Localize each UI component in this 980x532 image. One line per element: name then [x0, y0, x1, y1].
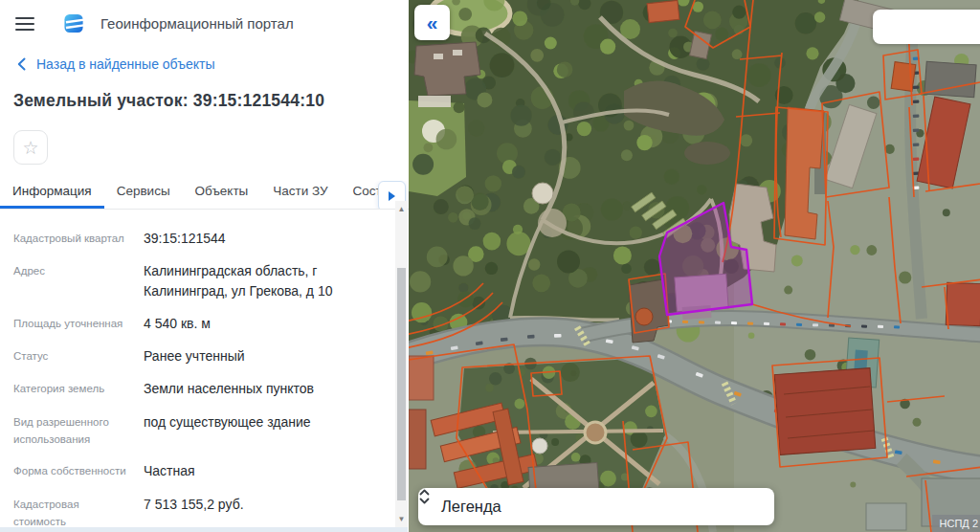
chevron-left-icon: [17, 57, 26, 71]
info-value: Частная: [144, 461, 380, 480]
info-label: Кадастровая стоимость: [13, 495, 144, 531]
app-title: Геоинформационный портал: [100, 15, 294, 32]
legend-label: Легенда: [441, 498, 757, 516]
info-value: 39:15:121544: [144, 229, 380, 248]
expand-collapse-icon: [418, 488, 431, 505]
vertical-scrollbar[interactable]: ▲ ▼: [395, 201, 408, 527]
tab-services[interactable]: Сервисы: [104, 184, 183, 209]
page-title: Земельный участок: 39:15:121544:10: [13, 91, 395, 111]
tab-information[interactable]: Информация: [0, 184, 104, 209]
info-list: Кадастровый квартал 39:15:121544 Адрес К…: [0, 210, 409, 530]
map-search-box[interactable]: [873, 10, 980, 44]
info-row: Адрес Калининградская область, г Калинин…: [13, 261, 380, 300]
map-area[interactable]: « Легенда НСПД 2: [409, 0, 980, 532]
panel-header: Геоинформационный портал: [0, 0, 409, 40]
tab-objects[interactable]: Объекты: [183, 184, 261, 209]
tab-bar: Информация Сервисы Объекты Части ЗУ Сост…: [0, 181, 409, 210]
scroll-down-button[interactable]: ▼: [395, 513, 408, 525]
collapse-sidebar-button[interactable]: «: [414, 5, 450, 40]
info-label: Кадастровый квартал: [13, 229, 144, 248]
info-row: Кадастровый квартал 39:15:121544: [13, 229, 380, 248]
info-row: Площадь уточненная 4 540 кв. м: [13, 314, 380, 333]
info-label: Площадь уточненная: [13, 314, 144, 333]
info-value: Земли населенных пунктов: [144, 379, 380, 398]
left-panel: Геоинформационный портал Назад в найденн…: [0, 0, 409, 532]
info-value: 7 513 155,2 руб.: [144, 495, 380, 531]
info-label: Вид разрешенного использования: [13, 412, 144, 449]
legend-bar[interactable]: Легенда: [418, 488, 774, 525]
info-value: 4 540 кв. м: [144, 314, 380, 333]
info-label: Форма собственности: [13, 461, 144, 480]
back-link[interactable]: Назад в найденные объекты: [17, 56, 409, 72]
app-window: Геоинформационный портал Назад в найденн…: [0, 0, 980, 532]
portal-logo-icon: [63, 12, 85, 34]
info-label: Статус: [13, 346, 144, 366]
info-row: Кадастровая стоимость 7 513 155,2 руб.: [13, 495, 380, 531]
tab-parcel-parts[interactable]: Части ЗУ: [260, 184, 340, 209]
info-label: Категория земель: [13, 379, 144, 398]
map-watermark: НСПД 2: [932, 515, 980, 532]
scrollbar-thumb[interactable]: [397, 268, 406, 500]
info-row: Категория земель Земли населенных пункто…: [13, 379, 380, 398]
favorite-button[interactable]: ☆: [13, 130, 48, 165]
info-value: Ранее учтенный: [144, 346, 380, 366]
back-link-label: Назад в найденные объекты: [36, 56, 214, 72]
info-row: Форма собственности Частная: [13, 461, 380, 480]
arrow-right-icon: [389, 191, 395, 201]
info-value: под существующее здание: [144, 412, 380, 449]
info-label: Адрес: [13, 261, 144, 300]
info-row: Вид разрешенного использования под сущес…: [13, 412, 380, 449]
menu-icon[interactable]: [15, 17, 34, 31]
horizontal-scrollbar[interactable]: [0, 527, 408, 532]
info-value: Калининградская область, г Калининград, …: [144, 261, 380, 300]
satellite-map-image: [409, 0, 980, 532]
info-row: Статус Ранее учтенный: [13, 346, 380, 366]
star-icon: ☆: [22, 139, 38, 157]
scroll-up-button[interactable]: ▲: [395, 203, 408, 215]
